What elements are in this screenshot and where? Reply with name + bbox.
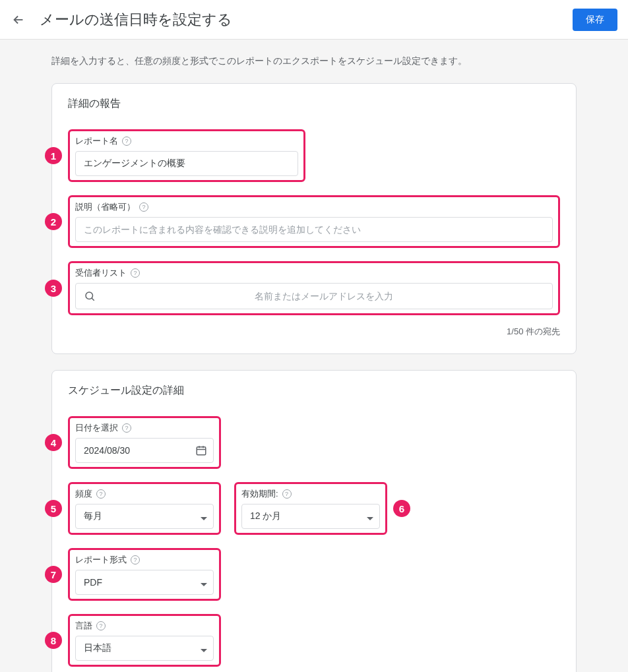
format-label: レポート形式 ?: [75, 554, 214, 566]
help-icon[interactable]: ?: [282, 489, 292, 499]
report-name-label: レポート名 ?: [75, 135, 298, 147]
report-details-title: 詳細の報告: [52, 84, 576, 124]
format-field-highlight: 7 レポート形式 ?: [68, 548, 221, 601]
page-title: メールの送信日時を設定する: [40, 10, 559, 30]
help-icon[interactable]: ?: [131, 268, 140, 278]
annotation-badge-4: 4: [45, 434, 62, 451]
frequency-select[interactable]: [75, 504, 214, 529]
help-icon[interactable]: ?: [122, 137, 131, 146]
svg-point-0: [86, 292, 93, 299]
valid-period-label: 有効期間: ?: [241, 488, 380, 500]
language-label-text: 言語: [75, 620, 92, 632]
report-details-card: 詳細の報告 1 レポート名 ? 2 説明（省略可） ? 3: [51, 83, 577, 354]
help-icon[interactable]: ?: [96, 489, 106, 499]
frequency-label-text: 頻度: [75, 488, 92, 500]
language-field-highlight: 8 言語 ?: [68, 614, 221, 667]
report-name-field-highlight: 1 レポート名 ?: [68, 129, 305, 182]
schedule-details-title: スケジュール設定の詳細: [52, 371, 576, 411]
frequency-label: 頻度 ?: [75, 488, 214, 500]
main-content: 詳細を入力すると、任意の頻度と形式でこのレポートのエクスポートをスケジュール設定…: [0, 40, 628, 672]
report-name-input[interactable]: [75, 151, 298, 176]
help-icon[interactable]: ?: [122, 423, 131, 433]
help-icon[interactable]: ?: [131, 555, 140, 565]
annotation-badge-8: 8: [45, 632, 62, 649]
search-icon: [84, 290, 96, 302]
valid-period-field-highlight: 6 有効期間: ?: [234, 482, 387, 535]
annotation-badge-7: 7: [45, 566, 62, 583]
language-label: 言語 ?: [75, 620, 214, 632]
annotation-badge-6: 6: [393, 500, 410, 517]
description-field-highlight: 2 説明（省略可） ?: [68, 195, 560, 248]
date-label: 日付を選択 ?: [75, 422, 214, 434]
recipients-input[interactable]: [104, 291, 544, 301]
annotation-badge-2: 2: [45, 213, 62, 230]
description-input[interactable]: [75, 217, 553, 242]
valid-period-label-text: 有効期間:: [241, 488, 278, 500]
recipients-field-highlight: 3 受信者リスト ?: [68, 261, 560, 315]
description-label: 説明（省略可） ?: [75, 201, 553, 213]
date-input[interactable]: [75, 438, 214, 463]
recipient-count: 1/50 件の宛先: [68, 326, 560, 338]
schedule-details-card: スケジュール設定の詳細 4 日付を選択 ?: [51, 370, 577, 672]
save-button[interactable]: 保存: [573, 9, 617, 31]
valid-period-select[interactable]: [241, 504, 380, 529]
app-header: メールの送信日時を設定する 保存: [0, 0, 628, 40]
page-description: 詳細を入力すると、任意の頻度と形式でこのレポートのエクスポートをスケジュール設定…: [51, 55, 628, 67]
annotation-badge-5: 5: [45, 500, 62, 517]
annotation-badge-1: 1: [45, 147, 62, 164]
description-label-text: 説明（省略可）: [75, 201, 135, 213]
annotation-badge-3: 3: [45, 280, 62, 297]
back-arrow-icon[interactable]: [11, 12, 26, 28]
frequency-field-highlight: 5 頻度 ?: [68, 482, 221, 535]
help-icon[interactable]: ?: [139, 202, 148, 212]
recipients-label-text: 受信者リスト: [75, 267, 127, 279]
date-label-text: 日付を選択: [75, 422, 118, 434]
language-select[interactable]: [75, 636, 214, 661]
recipients-search-wrap[interactable]: [75, 283, 553, 309]
report-name-label-text: レポート名: [75, 135, 118, 147]
date-field-highlight: 4 日付を選択 ?: [68, 416, 221, 469]
recipients-label: 受信者リスト ?: [75, 267, 553, 279]
format-select[interactable]: [75, 570, 214, 595]
format-label-text: レポート形式: [75, 554, 127, 566]
help-icon[interactable]: ?: [96, 621, 106, 630]
